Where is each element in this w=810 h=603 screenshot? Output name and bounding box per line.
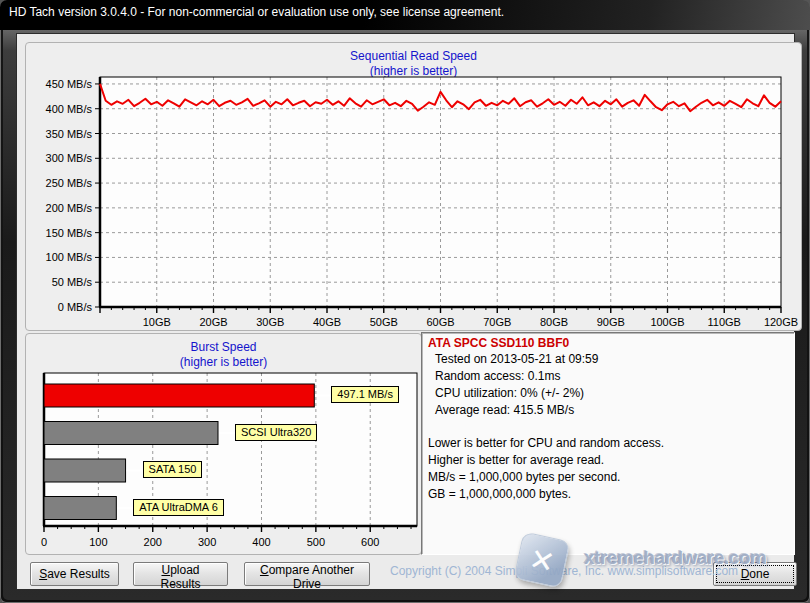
x-tick-label: 100GB [650,316,684,328]
burst-bar [44,459,126,482]
client-area: Sequential Read Speed (higher is better)… [16,33,795,590]
burst-bar [44,384,314,407]
y-tick-label: 250 MB/s [46,177,93,189]
burst-bar [44,422,218,445]
bar-value-label: SCSI Ultra320 [235,424,317,441]
x-tick-label: 500 [307,536,325,548]
drive-info-panel: ATA SPCC SSD110 BBF0 Tested on 2013-05-2… [421,332,795,555]
x-tick-label: 20GB [199,316,227,328]
note-line: Higher is better for average read. [428,452,788,469]
x-tick-label: 110GB [708,316,741,328]
compare-another-drive-button[interactable]: Compare Another Drive [244,562,370,586]
note-line: MB/s = 1,000,000 bytes per second. [428,469,788,486]
x-tick-label: 10GB [143,316,171,328]
y-tick-label: 400 MB/s [46,103,93,115]
x-tick-label: 300 [198,536,216,548]
random-access-line: Random access: 0.1ms [428,368,788,385]
burst-speed-chart: 0100200300400500600 [26,334,423,556]
note-line: GB = 1,000,000,000 bytes. [428,486,788,503]
hdtach-window: HD Tach version 3.0.4.0 - For non-commer… [0,0,810,603]
x-tick-label: 100 [89,536,107,548]
bar-value-label: ATA UltraDMA 6 [133,499,223,516]
x-tick-label: 30GB [256,316,284,328]
average-read-line: Average read: 415.5 MB/s [428,402,788,419]
x-tick-label: 600 [361,536,379,548]
x-tick-label: 200 [144,536,162,548]
x-tick-label: 0 [41,536,47,548]
bar-value-label: 497.1 MB/s [331,386,399,403]
burst-bar [44,497,116,520]
y-tick-label: 350 MB/s [46,128,93,140]
sequential-read-chart: 450 MB/s400 MB/s350 MB/s300 MB/s250 MB/s… [26,43,803,332]
save-results-button[interactable]: Save Results [30,562,119,586]
window-title: HD Tach version 3.0.4.0 - For non-commer… [9,5,504,19]
note-line: Lower is better for CPU and random acces… [428,435,788,452]
y-tick-label: 150 MB/s [46,227,93,239]
x-tick-label: 90GB [597,316,625,328]
drive-name: ATA SPCC SSD110 BBF0 [428,336,788,351]
x-tick-label: 50GB [370,316,398,328]
tested-on-line: Tested on 2013-05-21 at 09:59 [428,351,788,368]
upload-results-button[interactable]: Upload Results [133,562,228,586]
x-tick-label: 40GB [313,316,341,328]
sequential-read-panel: Sequential Read Speed (higher is better)… [25,42,802,331]
x-tick-label: 60GB [426,316,454,328]
y-tick-label: 100 MB/s [46,251,93,263]
bar-value-label: SATA 150 [143,461,203,478]
y-tick-label: 0 MB/s [58,301,93,313]
x-tick-label: 70GB [483,316,511,328]
x-tick-label: 120GB [764,316,798,328]
burst-speed-panel: Burst Speed (higher is better) 010020030… [25,333,422,555]
cpu-utilization-line: CPU utilization: 0% (+/- 2%) [428,385,788,402]
y-tick-label: 300 MB/s [46,152,93,164]
y-tick-label: 200 MB/s [46,202,93,214]
y-tick-label: 450 MB/s [46,78,93,90]
y-tick-label: 50 MB/s [52,276,93,288]
title-bar[interactable]: HD Tach version 3.0.4.0 - For non-commer… [0,0,810,30]
x-tick-label: 400 [252,536,270,548]
copyright-text: Copyright (C) 2004 Simpli Software, Inc.… [390,564,738,578]
x-tick-label: 80GB [540,316,568,328]
